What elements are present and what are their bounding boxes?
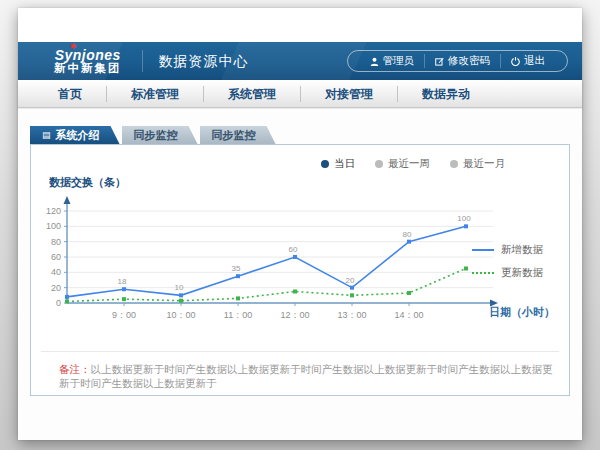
svg-text:12：00: 12：00 [280, 310, 309, 320]
svg-text:13：00: 13：00 [337, 310, 366, 320]
svg-text:100: 100 [457, 214, 471, 223]
svg-text:20: 20 [51, 283, 61, 293]
user-admin-button[interactable]: 管理员 [360, 54, 425, 68]
svg-text:18: 18 [118, 277, 127, 286]
radio-label: 当日 [334, 157, 355, 171]
svg-text:60: 60 [51, 252, 61, 262]
logout-label: 退出 [524, 54, 545, 68]
line-chart-svg: 0204060801001209：0010：0011：0012：0013：001… [33, 195, 503, 325]
company-logo: Synjones ✱ 新中新集团 [54, 48, 122, 75]
change-password-label: 修改密码 [448, 54, 490, 68]
svg-text:10：00: 10：00 [166, 310, 195, 320]
svg-text:60: 60 [289, 245, 298, 254]
user-menu: 管理员 修改密码 退出 [347, 50, 569, 72]
user-icon [370, 57, 379, 66]
tab-label: 同步监控 [134, 126, 178, 144]
svg-text:40: 40 [51, 267, 61, 277]
legend-line-solid-icon [472, 249, 494, 251]
edit-icon [435, 57, 444, 66]
svg-text:10: 10 [175, 283, 184, 292]
content-area: ▤ 系统介绍 ▤ 同步监控 ▤ 同步监控 当日 最近一周 [18, 109, 582, 440]
svg-text:35: 35 [232, 264, 241, 273]
legend-label: 更新数据 [501, 266, 543, 280]
radio-label: 最近一月 [463, 157, 505, 171]
nav-item-home[interactable]: 首页 [34, 86, 107, 102]
time-range-filter: 当日 最近一周 最近一月 [321, 157, 505, 171]
change-password-button[interactable]: 修改密码 [424, 54, 500, 68]
svg-text:11：00: 11：00 [224, 310, 252, 320]
tab-sync-monitor-1[interactable]: ▤ 同步监控 [122, 126, 198, 144]
tab-label: 系统介绍 [56, 126, 100, 144]
user-admin-label: 管理员 [383, 54, 415, 68]
svg-text:9：00: 9：00 [112, 310, 136, 320]
chart-panel: 当日 最近一周 最近一月 数据交换（条） 0204060801001209：00… [30, 144, 570, 396]
tab-sync-monitor-2[interactable]: ▤ 同步监控 [200, 126, 276, 144]
x-axis-title: 日期（小时） [489, 305, 555, 320]
legend-item-update-data: 更新数据 [472, 266, 543, 280]
svg-text:80: 80 [403, 230, 412, 239]
tab-system-intro[interactable]: ▤ 系统介绍 [30, 126, 120, 144]
page-title: 数据资源中心 [142, 50, 249, 72]
radio-dot [450, 160, 458, 168]
browser-window: Synjones ✱ 新中新集团 数据资源中心 管理员 修改密码 [18, 8, 582, 440]
radio-last-month[interactable]: 最近一月 [450, 157, 505, 171]
chart-legend: 新增数据 更新数据 [472, 243, 543, 280]
radio-today[interactable]: 当日 [321, 157, 355, 171]
app-header: Synjones ✱ 新中新集团 数据资源中心 管理员 修改密码 [18, 42, 582, 80]
logout-button[interactable]: 退出 [500, 54, 555, 68]
logo-text-cn: 新中新集团 [54, 62, 122, 74]
footnote-label: 备注： [59, 363, 91, 375]
logo-text-en: Synjones [54, 48, 122, 63]
svg-text:0: 0 [56, 298, 61, 308]
tab-bar: ▤ 系统介绍 ▤ 同步监控 ▤ 同步监控 [30, 126, 278, 144]
radio-label: 最近一周 [388, 157, 430, 171]
svg-text:14：00: 14：00 [394, 310, 423, 320]
line-chart: 0204060801001209：0010：0011：0012：0013：001… [31, 195, 569, 335]
svg-text:20: 20 [346, 276, 355, 285]
nav-item-connect-mgmt[interactable]: 对接管理 [301, 86, 398, 102]
footnote: 备注：以上数据更新于时间产生数据以上数据更新于时间产生数据以上数据更新于时间产生… [41, 351, 559, 390]
nav-item-system-mgmt[interactable]: 系统管理 [204, 86, 301, 102]
tab-label: 同步监控 [212, 126, 256, 144]
svg-text:80: 80 [51, 237, 61, 247]
nav-item-standard-mgmt[interactable]: 标准管理 [107, 86, 204, 102]
legend-item-new-data: 新增数据 [472, 243, 543, 257]
footnote-text: 以上数据更新于时间产生数据以上数据更新于时间产生数据以上数据更新于时间产生数据以… [59, 363, 553, 389]
document-icon: ▤ [42, 131, 51, 140]
logo-spark-icon: ✱ [70, 43, 77, 51]
legend-label: 新增数据 [501, 243, 543, 257]
radio-dot [375, 160, 383, 168]
radio-dot [321, 160, 329, 168]
nav-item-data-change[interactable]: 数据异动 [398, 86, 494, 102]
svg-text:120: 120 [46, 206, 61, 216]
legend-line-dotted-icon [472, 272, 494, 274]
power-icon [511, 57, 520, 66]
svg-text:100: 100 [46, 221, 61, 231]
y-axis-title: 数据交换（条） [49, 175, 126, 190]
main-nav: 首页 标准管理 系统管理 对接管理 数据异动 [18, 80, 582, 108]
radio-last-week[interactable]: 最近一周 [375, 157, 430, 171]
